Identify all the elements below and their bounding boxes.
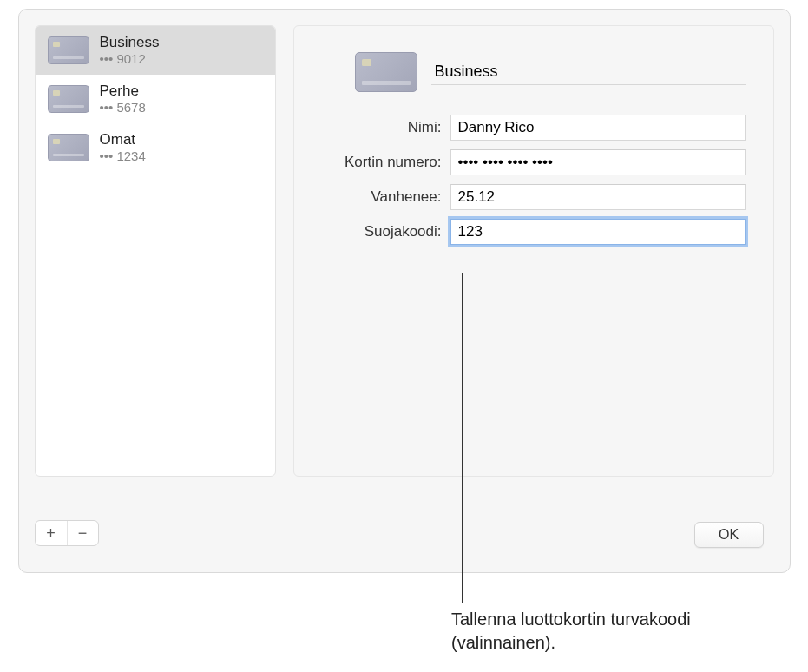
name-input[interactable]	[450, 115, 746, 141]
card-title-input[interactable]	[431, 59, 746, 85]
card-list: Business ••• 9012 Perhe ••• 5678 Omat	[35, 25, 276, 477]
remove-card-button[interactable]: −	[67, 521, 98, 545]
add-card-button[interactable]: +	[36, 521, 67, 545]
expiry-input[interactable]	[450, 184, 746, 210]
sidebar-item-title: Perhe	[100, 82, 146, 100]
security-code-label: Suojakoodi:	[312, 223, 450, 240]
sidebar-item-last4: ••• 1234	[100, 148, 146, 165]
expiry-label: Vanhenee:	[312, 188, 450, 206]
credit-card-icon	[355, 52, 417, 92]
add-remove-toolbar: + −	[35, 520, 99, 546]
credit-card-icon	[48, 85, 89, 113]
sidebar-item-omat[interactable]: Omat ••• 1234	[36, 123, 275, 172]
sidebar-item-last4: ••• 9012	[100, 51, 160, 68]
name-label: Nimi:	[312, 119, 450, 136]
sidebar-item-last4: ••• 5678	[100, 100, 146, 116]
sidebar-item-title: Omat	[100, 130, 146, 148]
plus-icon: +	[46, 524, 56, 543]
sidebar-item-title: Business	[100, 33, 160, 51]
minus-icon: −	[78, 524, 88, 543]
sidebar-item-business[interactable]: Business ••• 9012	[36, 26, 275, 75]
card-detail-panel: Nimi: Kortin numero: Vanhenee: Suojakood…	[293, 25, 774, 477]
credit-card-settings-window: Business ••• 9012 Perhe ••• 5678 Omat	[18, 9, 791, 573]
ok-button-label: OK	[719, 527, 739, 543]
security-code-input[interactable]	[450, 219, 746, 245]
callout-line	[462, 273, 463, 603]
card-number-label: Kortin numero:	[312, 154, 450, 171]
card-number-input[interactable]	[450, 149, 746, 175]
credit-card-icon	[48, 36, 89, 64]
ok-button[interactable]: OK	[694, 522, 764, 548]
callout-text: Tallenna luottokortin turvakoodi (valinn…	[451, 608, 764, 655]
sidebar-item-perhe[interactable]: Perhe ••• 5678	[36, 75, 275, 123]
credit-card-icon	[48, 134, 89, 161]
